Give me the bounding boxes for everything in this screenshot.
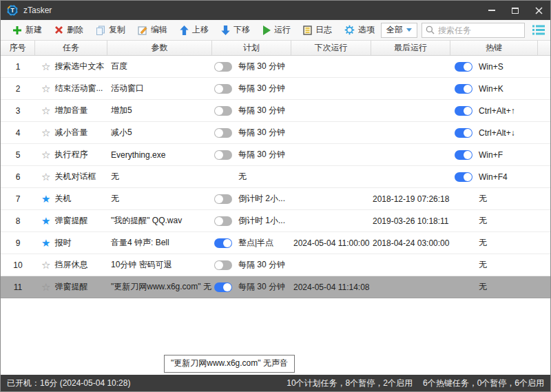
task-name: 弹窗提醒	[54, 215, 87, 227]
hotkey-text: Win+F	[479, 150, 503, 160]
view-list-icon[interactable]	[532, 25, 545, 35]
schedule-text: 倒计时 1小...	[238, 215, 285, 227]
task-param: 音量4 钟声: Bell	[111, 237, 169, 249]
minimize-button[interactable]	[480, 1, 503, 20]
uptime-status: 已开机：16分 (2024-05-04 10:28)	[7, 378, 130, 389]
schedule-text: 无	[238, 171, 247, 183]
star-icon[interactable]: ☆	[41, 127, 50, 138]
hotkey-text: Win+K	[479, 84, 503, 94]
schedule-text: 整点|半点	[238, 237, 273, 249]
schedule-toggle[interactable]	[214, 260, 232, 270]
schedule-text: 每隔 30 分钟	[238, 259, 285, 271]
schedule-toggle[interactable]	[214, 84, 232, 94]
status-bar: 已开机：16分 (2024-05-04 10:28) 10个计划任务，8个暂停，…	[1, 375, 550, 391]
column-header-next-run[interactable]: 下次运行	[291, 41, 371, 55]
maximize-button[interactable]	[503, 1, 527, 20]
table-row[interactable]: 4 ☆ 减小音量 减小5 每隔 30 分钟 Ctrl+Alt+↓	[1, 122, 550, 144]
filter-dropdown[interactable]: 全部	[381, 23, 417, 38]
schedule-text: 每隔 30 分钟	[238, 281, 285, 293]
star-icon[interactable]: ☆	[41, 260, 50, 270]
app-window: T zTasker 新建 删除 复制	[0, 0, 551, 392]
search-box[interactable]	[422, 23, 525, 38]
hotkey-text: 无	[479, 215, 487, 227]
star-icon[interactable]: ☆	[41, 105, 50, 116]
hotkey-toggle[interactable]	[455, 150, 472, 160]
arrow-down-icon	[221, 25, 230, 35]
table-row[interactable]: 9 ★ 报时 音量4 钟声: Bell 整点|半点 2024-05-04 11:…	[1, 232, 550, 254]
hotkey-toggle[interactable]	[455, 84, 472, 94]
row-number: 5	[16, 150, 21, 160]
move-down-button[interactable]: 下移	[215, 22, 256, 39]
schedule-text: 每隔 30 分钟	[238, 83, 285, 94]
close-icon	[535, 7, 543, 14]
table-row[interactable]: 1 ☆ 搜索选中文本 百度 每隔 30 分钟 Win+S	[1, 56, 550, 78]
column-header-last-run[interactable]: 最后运行	[371, 41, 450, 55]
log-button[interactable]: 日志	[297, 22, 338, 39]
hotkey-toggle[interactable]	[455, 106, 472, 116]
hotkey-toggle[interactable]	[455, 128, 472, 138]
delete-task-button[interactable]: 删除	[48, 22, 90, 39]
column-header-task[interactable]: 任务	[35, 41, 107, 55]
tooltip: "更新刀网www.x6g.com" 无声音	[164, 355, 295, 373]
row-number: 11	[14, 282, 22, 292]
star-icon[interactable]: ☆	[41, 172, 50, 182]
chevron-down-icon	[406, 28, 412, 32]
schedule-toggle[interactable]	[214, 62, 232, 72]
schedule-toggle[interactable]	[214, 282, 232, 292]
copy-icon	[96, 25, 105, 35]
hotkey-toggle[interactable]	[455, 62, 472, 72]
table-row[interactable]: 6 ☆ 关机对话框 无 无 Win+F4	[1, 166, 550, 188]
column-header-num[interactable]: 序号	[1, 41, 35, 55]
window-title: zTasker	[23, 6, 52, 15]
column-header-hotkey[interactable]: 热键	[450, 41, 538, 55]
star-icon[interactable]: ★	[41, 194, 50, 204]
table-row[interactable]: 5 ☆ 执行程序 Everything.exe 每隔 30 分钟 Win+F	[1, 144, 550, 166]
hotkey-toggle[interactable]	[455, 172, 472, 182]
table-row[interactable]: 10 ☆ 挡屏休息 10分钟 密码可退 每隔 30 分钟 无	[1, 254, 550, 276]
search-input[interactable]	[438, 25, 521, 35]
column-header-schedule[interactable]: 计划	[212, 41, 291, 55]
column-header-param[interactable]: 参数	[107, 41, 212, 55]
star-icon[interactable]: ☆	[41, 61, 50, 72]
copy-task-label: 复制	[109, 24, 125, 36]
star-icon[interactable]: ★	[41, 238, 50, 248]
new-task-button[interactable]: 新建	[6, 22, 48, 39]
delete-x-icon	[54, 25, 63, 34]
row-number: 1	[16, 62, 21, 72]
maximize-icon	[512, 8, 519, 14]
schedule-toggle[interactable]	[214, 194, 232, 204]
table-row[interactable]: 2 ☆ 结束活动窗... 活动窗口 每隔 30 分钟 Win+K	[1, 78, 550, 100]
table-row[interactable]: 11 ☆ 弹窗提醒 "更新刀网www.x6g.com" 无... 每隔 30 分…	[1, 276, 550, 298]
table-row[interactable]: 3 ☆ 增加音量 增加5 每隔 30 分钟 Ctrl+Alt+↑	[1, 100, 550, 122]
row-number: 3	[16, 106, 21, 116]
schedule-toggle[interactable]	[214, 238, 232, 248]
run-task-button[interactable]: 运行	[256, 22, 297, 39]
title-bar: T zTasker	[1, 1, 550, 20]
next-run: 2024-05-04 11:00:00	[293, 238, 370, 248]
options-button[interactable]: 选项	[338, 22, 381, 39]
hotkey-text: Ctrl+Alt+↓	[479, 128, 515, 138]
move-up-button[interactable]: 上移	[174, 22, 215, 39]
table-header: 序号 任务 参数 计划 下次运行 最后运行 热键	[1, 41, 550, 56]
star-icon[interactable]: ★	[41, 216, 50, 226]
move-down-label: 下移	[233, 24, 250, 36]
schedule-toggle[interactable]	[214, 106, 232, 116]
schedule-toggle[interactable]	[214, 216, 232, 226]
table-row[interactable]: 7 ★ 关机 无 倒计时 2小... 2018-12-19 07:26:18 无	[1, 188, 550, 210]
star-icon[interactable]: ☆	[41, 149, 50, 160]
task-param: "我的提醒" QQ.wav	[111, 215, 182, 227]
copy-task-button[interactable]: 复制	[90, 22, 132, 39]
edit-task-button[interactable]: 编辑	[132, 22, 174, 39]
schedule-text: 每隔 30 分钟	[238, 149, 285, 161]
table-row[interactable]: 8 ★ 弹窗提醒 "我的提醒" QQ.wav 倒计时 1小... 2019-03…	[1, 210, 550, 232]
hotkey-text: Ctrl+Alt+↑	[479, 106, 515, 116]
task-name: 执行程序	[54, 149, 87, 161]
run-task-label: 运行	[274, 24, 291, 36]
schedule-toggle[interactable]	[214, 150, 232, 160]
star-icon[interactable]: ☆	[41, 282, 50, 292]
close-button[interactable]	[527, 1, 550, 20]
hotkey-text: 无	[479, 193, 487, 205]
schedule-toggle[interactable]	[214, 128, 232, 138]
star-icon[interactable]: ☆	[41, 83, 50, 94]
plus-icon	[12, 25, 22, 35]
